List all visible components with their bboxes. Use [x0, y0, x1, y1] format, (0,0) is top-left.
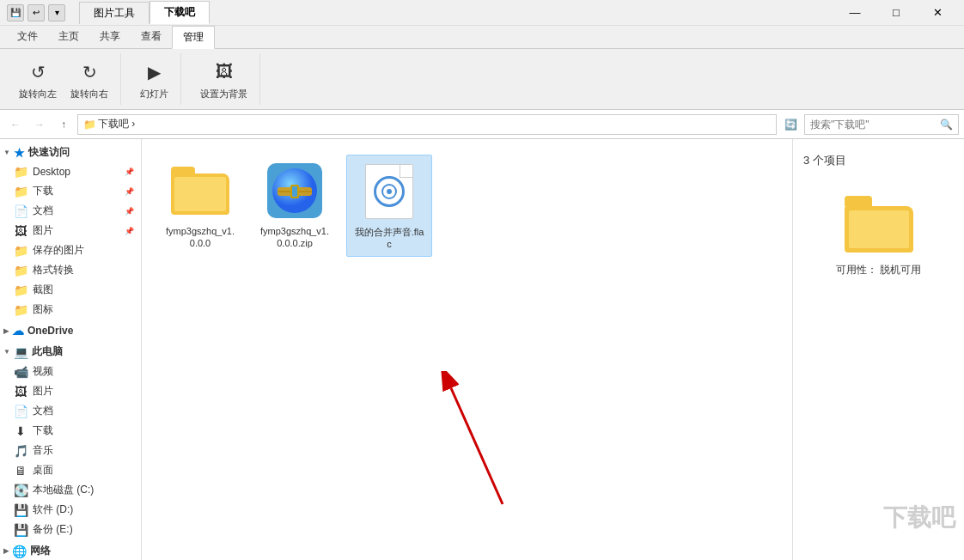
sidebar-item-label: 视频 — [33, 364, 53, 379]
sidebar-item-drive-c[interactable]: 💽 本地磁盘 (C:) — [0, 480, 141, 500]
computer-header[interactable]: ▼ 💻 此电脑 — [0, 342, 141, 362]
file-name: fymp3gszhq_v1.0.0.0 — [162, 225, 238, 250]
network-icon: 🌐 — [12, 545, 27, 558]
sidebar-item-screenshot[interactable]: 📁 截图 — [0, 280, 141, 300]
ribbon-tab-share[interactable]: 共享 — [89, 26, 131, 48]
forward-button[interactable]: → — [29, 114, 50, 135]
file-item-zip[interactable]: fymp3gszhq_v1.0.0.0.zip — [252, 155, 338, 257]
sidebar-item-desktop[interactable]: 📁 Desktop 📌 — [0, 162, 141, 181]
address-path[interactable]: 📁 下载吧 › — [77, 114, 777, 135]
folder-icon: 📁 — [14, 244, 27, 258]
sidebar-item-pictures[interactable]: 🖼 图片 📌 — [0, 221, 141, 240]
pictures-icon: 🖼 — [14, 385, 27, 399]
sidebar-item-pictures2[interactable]: 🖼 图片 — [0, 381, 141, 401]
download-icon: ⬇ — [14, 424, 27, 438]
expand-icon: ▼ — [3, 149, 10, 156]
set-background-button[interactable]: 🖼 设置为背景 — [195, 57, 253, 102]
search-input[interactable] — [810, 119, 940, 131]
title-bar: 💾 ↩ ▾ 图片工具 下载吧 — □ ✕ — [0, 0, 964, 26]
folder-icon: 📁 — [14, 185, 27, 198]
folder-icon: 📁 — [14, 165, 27, 179]
music-icon: 🎵 — [14, 444, 27, 458]
sidebar-item-label: 桌面 — [33, 463, 53, 478]
minimize-button[interactable]: — — [835, 0, 875, 26]
details-count: 3 个项目 — [803, 153, 846, 168]
undo-btn[interactable]: ↩ — [27, 4, 45, 21]
save-btn[interactable]: 💾 — [7, 4, 24, 21]
arrow-annotation — [434, 371, 537, 508]
sidebar-item-download[interactable]: 📁 下载 📌 — [0, 181, 141, 201]
folder-icon: 🖼 — [14, 224, 27, 238]
folder-icon: 📁 — [14, 303, 27, 317]
sidebar: ▼ ★ 快速访问 📁 Desktop 📌 📁 下载 📌 📄 文档 📌 🖼 — [0, 139, 142, 560]
sidebar-item-desktop2[interactable]: 🖥 桌面 — [0, 460, 141, 480]
file-icon-area — [169, 160, 231, 222]
quick-access-header[interactable]: ▼ ★ 快速访问 — [0, 143, 141, 162]
maximize-button[interactable]: □ — [876, 0, 916, 26]
details-folder-tab — [845, 196, 872, 206]
sidebar-item-drive-e[interactable]: 💾 备份 (E:) — [0, 520, 141, 539]
quick-access-icon: ★ — [14, 146, 25, 160]
ribbon-tab-view[interactable]: 查看 — [131, 26, 172, 48]
expand-icon: ▶ — [3, 547, 9, 555]
sidebar-item-icons[interactable]: 📁 图标 — [0, 300, 141, 320]
back-button[interactable]: ← — [5, 114, 26, 135]
details-folder-inner — [849, 210, 909, 248]
computer-icon: 💻 — [14, 345, 28, 359]
refresh-button[interactable]: 🔄 — [780, 114, 801, 135]
sidebar-section-network: ▶ 🌐 网络 — [0, 541, 141, 560]
ribbon-tab-home[interactable]: 主页 — [48, 26, 89, 48]
sidebar-item-savedpics[interactable]: 📁 保存的图片 — [0, 240, 141, 260]
ribbon-tab-manage[interactable]: 管理 — [172, 26, 215, 49]
quick-access-label: 快速访问 — [28, 145, 70, 160]
up-button[interactable]: ↑ — [53, 114, 74, 135]
window-controls: — □ ✕ — [835, 0, 957, 26]
sidebar-item-label: 图片 — [33, 223, 53, 238]
breadcrumb: 📁 下载吧 › — [83, 117, 135, 131]
sidebar-item-drive-d[interactable]: 💾 软件 (D:) — [0, 500, 141, 520]
rotate-right-button[interactable]: ↻ 旋转向右 — [65, 57, 113, 102]
file-name: 我的合并声音.flac — [352, 226, 426, 251]
sidebar-item-music[interactable]: 🎵 音乐 — [0, 441, 141, 460]
sidebar-item-label: 图片 — [33, 384, 53, 399]
onedrive-header[interactable]: ▶ ☁ OneDrive — [0, 321, 141, 340]
rotate-left-button[interactable]: ↺ 旋转向左 — [14, 57, 62, 102]
pin-icon: 📌 — [125, 207, 134, 216]
network-header[interactable]: ▶ 🌐 网络 — [0, 541, 141, 560]
title-bar-left: 💾 ↩ ▾ 图片工具 下载吧 — [7, 1, 210, 24]
folder-inner — [174, 177, 226, 211]
sidebar-item-label: 下载 — [33, 423, 53, 438]
ribbon-tab-file[interactable]: 文件 — [7, 26, 48, 48]
address-bar: ← → ↑ 📁 下载吧 › 🔄 🔍 — [0, 110, 964, 139]
tab-image-tools[interactable]: 图片工具 — [79, 2, 149, 24]
search-box[interactable]: 🔍 — [804, 114, 959, 135]
sidebar-item-formatconv[interactable]: 📁 格式转换 — [0, 260, 141, 280]
file-item-flac[interactable]: 我的合并声音.flac — [346, 155, 432, 257]
file-item-folder[interactable]: fymp3gszhq_v1.0.0.0 — [157, 155, 243, 257]
background-icon: 🖼 — [210, 58, 238, 86]
ribbon-group-background: 🖼 设置为背景 — [188, 53, 260, 105]
sidebar-item-docs2[interactable]: 📄 文档 — [0, 401, 141, 421]
close-button[interactable]: ✕ — [918, 0, 957, 26]
quick-access-toolbar: 💾 ↩ ▾ — [7, 4, 65, 21]
flac-circle — [374, 176, 405, 207]
tab-downloads[interactable]: 下载吧 — [149, 1, 210, 24]
folder-icon: 📁 — [14, 283, 27, 297]
sidebar-item-label: 下载 — [33, 184, 53, 198]
sidebar-item-label: Desktop — [33, 166, 70, 178]
dropdown-btn[interactable]: ▾ — [48, 4, 65, 21]
details-folder-body — [845, 206, 913, 253]
main-container: ▼ ★ 快速访问 📁 Desktop 📌 📁 下载 📌 📄 文档 📌 🖼 — [0, 139, 964, 560]
sidebar-item-label: 图标 — [33, 302, 53, 317]
sidebar-item-documents[interactable]: 📄 文档 📌 — [0, 201, 141, 221]
availability-value: 脱机可用 — [880, 264, 921, 276]
ribbon: 文件 主页 共享 查看 管理 ↺ 旋转向左 ↻ 旋转向右 ▶ 幻灯片 — [0, 26, 964, 110]
zip-icon — [265, 161, 324, 220]
details-panel: 3 个项目 可用性： 脱机可用 — [792, 139, 964, 560]
sidebar-item-downloads2[interactable]: ⬇ 下载 — [0, 421, 141, 441]
sidebar-item-videos[interactable]: 📹 视频 — [0, 362, 141, 381]
folder-icon: 📁 — [14, 264, 27, 277]
sidebar-item-label: 格式转换 — [33, 263, 74, 277]
slideshow-button[interactable]: ▶ 幻灯片 — [135, 57, 174, 102]
folder-icon — [171, 167, 229, 215]
